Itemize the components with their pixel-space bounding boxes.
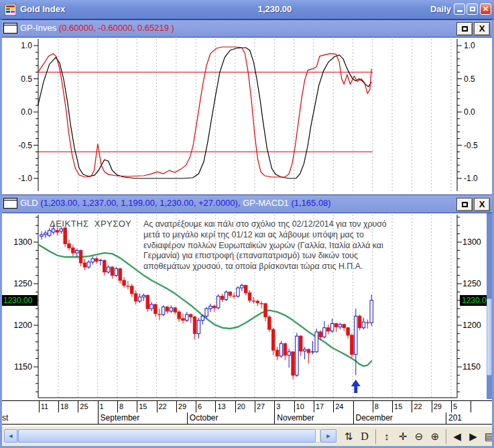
candle-body [40, 235, 43, 236]
minimize-button[interactable] [454, 3, 465, 15]
week-date-cell: 3 [274, 401, 294, 412]
candle-body [347, 328, 349, 335]
y-axis-label: 1.0 [464, 41, 475, 50]
week-date-cell: 24 [333, 401, 353, 412]
fit-vertical-button[interactable]: ↕ [379, 429, 395, 444]
week-date-cell: 6 [196, 401, 215, 412]
main-titlebar[interactable]: Gold Index 1,230.00 Daily ✕ [0, 0, 494, 19]
pane-window-icon [3, 198, 17, 209]
y-axis-label: -0.5 [464, 141, 478, 150]
osc-indicator-name: GP-Inves [20, 23, 56, 33]
candle-body [256, 301, 259, 302]
week-date-cell: 15 [137, 401, 156, 412]
scrollbar-right-arrow[interactable]: ► [320, 429, 336, 443]
month-cell: October [187, 412, 275, 424]
candle-body [107, 267, 109, 272]
candle-body [351, 335, 353, 355]
toolbar-separator [373, 429, 379, 444]
candle-body [280, 343, 282, 356]
candle-body [237, 288, 239, 296]
price-ohlc-values: (1,203.00, 1,237.00, 1,199.00, 1,230.00,… [40, 198, 240, 208]
y-axis-label: 1.0 [21, 41, 32, 50]
price-vertical-scrollbar[interactable] [487, 213, 492, 399]
scroll-left-button[interactable]: ◀ [449, 429, 465, 444]
candle-body [64, 228, 66, 244]
oscillator-chart: 1.01.00.50.50.00.0-0.5-0.5-1.0-1.0 [0, 38, 494, 194]
candle-body [323, 328, 326, 337]
price-indicator-values: (1,165.08) [291, 198, 330, 208]
candle-body [229, 292, 231, 295]
candle-body [44, 233, 47, 234]
pane-close-button[interactable]: X [474, 198, 490, 211]
maximize-button[interactable] [467, 3, 478, 15]
scroll-right-button[interactable]: ▶ [465, 429, 481, 444]
candle-body [209, 306, 212, 309]
candle-body [115, 269, 117, 276]
zoom-in-button[interactable]: ⊕ [427, 429, 443, 444]
pane-maximize-button[interactable] [456, 22, 473, 36]
week-date-cell: 8 [373, 401, 392, 412]
candle-body [91, 259, 94, 262]
candle-body [205, 309, 208, 316]
week-date-cell-end [471, 401, 473, 412]
y-axis-label: -1.0 [464, 174, 478, 183]
candle-body [292, 352, 294, 376]
y-axis-label: 1250 [13, 279, 32, 288]
candle-body [334, 324, 337, 327]
candle-body [197, 321, 200, 334]
candle-body [186, 315, 188, 321]
y-axis-label: 1300 [13, 237, 32, 247]
candle-body [315, 332, 318, 352]
candle-body [303, 349, 306, 351]
pane-maximize-button[interactable] [456, 198, 473, 211]
y-axis-label: 0.5 [464, 74, 475, 84]
candle-body [268, 317, 271, 330]
close-button[interactable]: ✕ [480, 3, 491, 15]
candle-body [72, 248, 74, 253]
candle-body [170, 308, 172, 311]
week-date-cell: 8 [117, 401, 137, 412]
app-icon[interactable] [5, 4, 16, 15]
candle-body [355, 316, 357, 354]
week-date-cell: 27 [255, 401, 274, 412]
price-indicator-name: GP-MACD1 [243, 198, 289, 208]
price-vertical-scrollbar-thumb[interactable] [487, 298, 492, 376]
candle-body [296, 336, 298, 375]
last-price-tag-left: 1230.00 [1, 295, 38, 306]
week-date-cell: 18 [58, 401, 78, 412]
candle-body [123, 280, 125, 285]
candle-body [79, 250, 82, 263]
candle-body [131, 286, 133, 294]
candle-body [275, 350, 278, 356]
week-date-cell: 1 [98, 401, 117, 412]
candle-body [370, 300, 373, 323]
candle-body [225, 292, 227, 299]
y-axis-label: 1200 [462, 321, 481, 330]
candle-body [60, 229, 62, 231]
candle-body [327, 328, 330, 331]
month-cell: November [274, 412, 353, 424]
candle-body [111, 267, 113, 275]
app-window: Gold Index 1,230.00 Daily ✕ GP-Inves (0.… [0, 0, 494, 448]
scrollbar-left-arrow[interactable]: ◄ [4, 429, 17, 443]
candle-body [48, 231, 51, 235]
candle-body [288, 352, 290, 355]
chart-title-label: ΔΕΙΚΤΗΣ ΧΡΥΣΟΥ [50, 219, 131, 229]
candle-body [193, 317, 196, 334]
pan-button[interactable]: ✛ [395, 429, 411, 444]
osc-pane-titlebar[interactable]: GP-Inves (0.60000, -0.60000, 0.65219 ) X [0, 19, 494, 38]
week-date-cell: 11 [39, 401, 58, 412]
price-symbol: GLD [20, 198, 38, 208]
refresh-button[interactable]: ⇅ [341, 429, 357, 444]
candle-body [138, 297, 141, 301]
bottom-toolbar: ◄ ► ⇅D↕✛⊖⊕◀▶▤ [0, 426, 494, 446]
zoom-out-button[interactable]: ⊖ [411, 429, 427, 444]
pane-close-button[interactable]: X [474, 22, 490, 36]
price-pane-titlebar[interactable]: GLD (1,203.00, 1,237.00, 1,199.00, 1,230… [0, 194, 494, 213]
candle-body [103, 260, 106, 272]
candle-body [189, 315, 192, 317]
scrollbar-thumb[interactable] [18, 429, 316, 443]
candle-body [201, 316, 204, 320]
periodicity-button[interactable]: D [357, 429, 373, 444]
candle-body [272, 329, 275, 350]
